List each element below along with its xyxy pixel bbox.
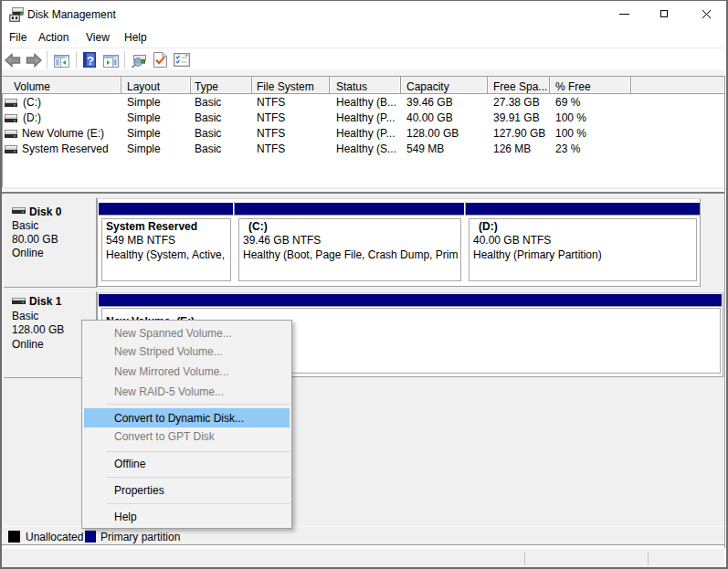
svg-text:?: ? — [87, 54, 94, 68]
